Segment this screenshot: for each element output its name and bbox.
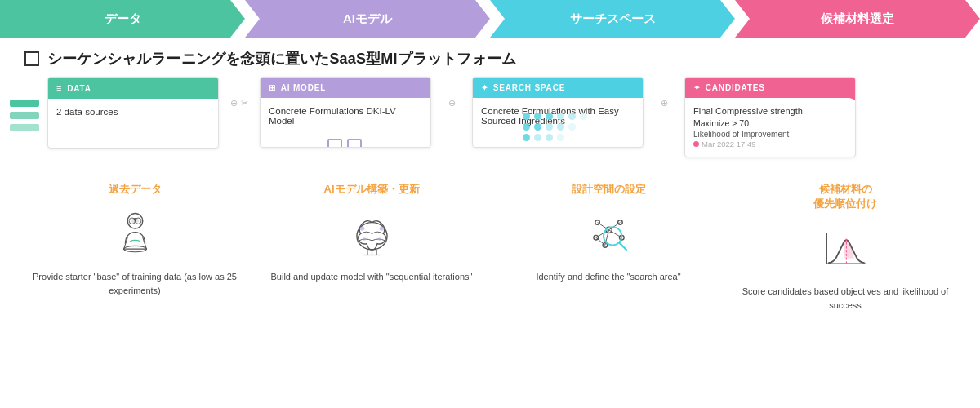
data-bottom-icon <box>106 205 163 262</box>
dot-9 <box>546 123 553 131</box>
dot-10 <box>557 123 564 131</box>
search-bottom-label: 設計空間の設定 <box>572 182 646 197</box>
candidates-bottom-icon <box>817 220 874 277</box>
connector-line-3 <box>644 95 684 95</box>
dot-2 <box>534 113 541 120</box>
svg-point-8 <box>379 226 384 231</box>
side-bar-3 <box>10 124 39 131</box>
network-search-icon <box>582 207 635 260</box>
search-header-label: SEARCH SPACE <box>493 83 565 92</box>
candidates-date-text: Mar 2022 17:49 <box>702 140 756 149</box>
svg-line-28 <box>619 242 626 249</box>
plus-icon-1: ⊕ <box>230 98 238 109</box>
dot-14 <box>534 134 541 141</box>
dot-11 <box>568 123 576 131</box>
connector-2: ⊕ <box>431 77 472 109</box>
nav-data-label: データ <box>105 11 141 27</box>
distribution-icon <box>819 222 872 275</box>
nav-candidates[interactable]: 候補材料選定 <box>735 0 980 38</box>
candidates-card: ✦ CANDIDATES Final Compressive strength … <box>684 77 856 157</box>
data-bottom-text: Provide starter "base" of training data … <box>24 270 245 297</box>
dot-16 <box>557 134 564 141</box>
nav-search-label: サーチスペース <box>570 11 656 27</box>
dot-12 <box>580 123 587 131</box>
side-bar-1 <box>10 100 39 107</box>
nav-candidates-label: 候補材料選定 <box>821 11 894 27</box>
sparkle-icon: ✦ <box>848 84 856 113</box>
dot-15 <box>546 134 553 141</box>
connector-icons-1: ⊕ ✂ <box>230 98 248 109</box>
data-card-header: ≡ DATA <box>48 78 218 99</box>
dot-18 <box>580 134 587 141</box>
data-bottom-label: 過去データ <box>109 182 162 197</box>
ai-model-text: Concrete Formulations DKI-LV Model <box>269 106 396 126</box>
svg-point-10 <box>377 237 381 241</box>
candidates-objective: Final Compressive strength <box>693 106 847 116</box>
dot-7 <box>523 123 530 131</box>
bottom-row: 過去データ Provide starter "base" of training… <box>0 182 980 312</box>
candidates-maximize: Maximize > 70 <box>693 118 847 128</box>
connector-line-2 <box>431 95 472 95</box>
scientist-icon <box>109 207 162 260</box>
ai-header-label: AI MODEL <box>281 83 326 92</box>
candidates-likelihood: Likelihood of Improvement <box>693 130 847 139</box>
scissors-icon: ✂ <box>241 98 248 109</box>
candidates-date: Mar 2022 17:49 <box>693 140 847 149</box>
plus-icon-2: ⊕ <box>448 98 456 109</box>
candidates-header-icon: ✦ <box>693 83 701 92</box>
plus-icon-3: ⊕ <box>661 98 668 109</box>
ai-bottom-text: Build and update model with "sequential … <box>271 270 473 284</box>
main-title-section: シーケンシャルラーニングを念頭に置いたSaaS型MIプラットフォーム <box>0 38 980 77</box>
dot-5 <box>568 113 576 120</box>
bottom-search-section: 設計空間の設定 Iden <box>490 182 727 312</box>
brain-icon <box>345 207 399 260</box>
candidates-card-header: ✦ CANDIDATES <box>685 78 855 98</box>
dot-3 <box>546 113 553 120</box>
data-sources-text: 2 data sources <box>56 107 118 117</box>
svg-point-17 <box>617 220 622 224</box>
title-icon <box>24 51 39 66</box>
ai-card-header: ⊞ AI MODEL <box>261 78 430 98</box>
ai-bottom-icon <box>343 205 400 262</box>
ai-node-box-1 <box>327 139 342 148</box>
side-bar-2 <box>10 112 39 119</box>
candidates-header-label: CANDIDATES <box>706 83 765 92</box>
bottom-candidates-section: 候補材料の 優先順位付け Score candidates based obje… <box>727 182 964 312</box>
nav-data[interactable]: データ <box>0 0 245 38</box>
side-decorations <box>10 77 47 131</box>
candidates-card-body: Final Compressive strength Maximize > 70… <box>685 98 855 157</box>
sparkle-decoration: ✦ ✧ <box>848 86 856 112</box>
ai-node-box-2 <box>347 139 362 148</box>
bottom-ai-section: AIモデル構築・更新 Build and update model with <box>253 182 490 312</box>
ai-node-decoration <box>327 139 363 148</box>
dot-1 <box>523 113 530 120</box>
connector-icons-2: ⊕ <box>448 98 456 109</box>
bottom-data-section: 過去データ Provide starter "base" of training… <box>16 182 253 312</box>
svg-point-7 <box>359 226 364 231</box>
connector-1: ⊕ ✂ <box>219 77 260 109</box>
svg-point-9 <box>363 237 366 241</box>
search-dots-grid <box>523 113 588 141</box>
dot-13 <box>523 134 530 141</box>
connector-line-1 <box>219 95 260 95</box>
nav-search[interactable]: サーチスペース <box>490 0 735 38</box>
nav-ai-label: AIモデル <box>343 11 392 27</box>
svg-point-16 <box>595 220 599 224</box>
ai-bottom-label: AIモデル構築・更新 <box>324 182 420 197</box>
search-bottom-icon <box>580 205 637 262</box>
data-header-icon: ≡ <box>56 83 62 93</box>
dot-6 <box>580 113 587 120</box>
candidates-bottom-text: Score candidates based objectives and li… <box>735 285 956 312</box>
top-navigation: データ AIモデル サーチスペース 候補材料選定 <box>0 0 980 38</box>
candidates-bottom-label: 候補材料の 優先順位付け <box>813 182 877 211</box>
data-card-body: 2 data sources <box>48 99 218 148</box>
connector-icons-3: ⊕ <box>661 98 668 109</box>
dot-4 <box>557 113 564 120</box>
nav-ai[interactable]: AIモデル <box>245 0 490 38</box>
data-header-label: DATA <box>67 84 91 93</box>
dot-8 <box>534 123 541 131</box>
date-indicator <box>693 141 699 147</box>
dot-17 <box>568 134 576 141</box>
search-card-header: ✦ SEARCH SPACE <box>473 78 643 98</box>
page-title: シーケンシャルラーニングを念頭に置いたSaaS型MIプラットフォーム <box>47 49 516 69</box>
